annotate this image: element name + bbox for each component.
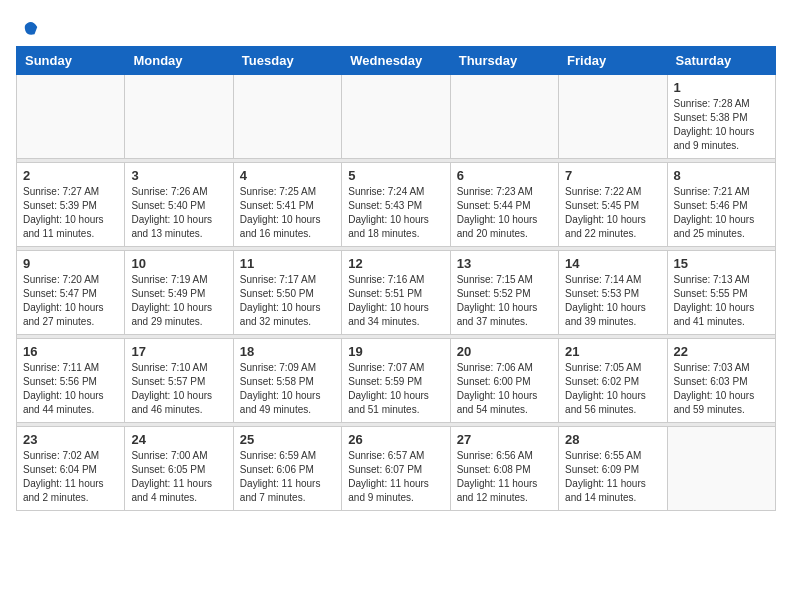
calendar-table: SundayMondayTuesdayWednesdayThursdayFrid…: [16, 46, 776, 511]
day-number: 8: [674, 168, 769, 183]
day-number: 24: [131, 432, 226, 447]
calendar-cell: 9Sunrise: 7:20 AM Sunset: 5:47 PM Daylig…: [17, 251, 125, 335]
page-header: [16, 16, 776, 38]
calendar-cell: [559, 75, 667, 159]
day-info: Sunrise: 7:06 AM Sunset: 6:00 PM Dayligh…: [457, 361, 552, 417]
day-info: Sunrise: 7:05 AM Sunset: 6:02 PM Dayligh…: [565, 361, 660, 417]
day-number: 10: [131, 256, 226, 271]
calendar-cell: 12Sunrise: 7:16 AM Sunset: 5:51 PM Dayli…: [342, 251, 450, 335]
day-number: 27: [457, 432, 552, 447]
logo-icon: [18, 16, 40, 38]
weekday-header-row: SundayMondayTuesdayWednesdayThursdayFrid…: [17, 47, 776, 75]
day-number: 2: [23, 168, 118, 183]
calendar-cell: 25Sunrise: 6:59 AM Sunset: 6:06 PM Dayli…: [233, 427, 341, 511]
day-number: 26: [348, 432, 443, 447]
day-info: Sunrise: 7:26 AM Sunset: 5:40 PM Dayligh…: [131, 185, 226, 241]
weekday-header-wednesday: Wednesday: [342, 47, 450, 75]
day-info: Sunrise: 7:27 AM Sunset: 5:39 PM Dayligh…: [23, 185, 118, 241]
calendar-week-4: 23Sunrise: 7:02 AM Sunset: 6:04 PM Dayli…: [17, 427, 776, 511]
day-info: Sunrise: 7:11 AM Sunset: 5:56 PM Dayligh…: [23, 361, 118, 417]
day-number: 20: [457, 344, 552, 359]
calendar-cell: [667, 427, 775, 511]
day-number: 23: [23, 432, 118, 447]
calendar-cell: [450, 75, 558, 159]
calendar-cell: 18Sunrise: 7:09 AM Sunset: 5:58 PM Dayli…: [233, 339, 341, 423]
calendar-cell: 16Sunrise: 7:11 AM Sunset: 5:56 PM Dayli…: [17, 339, 125, 423]
day-number: 18: [240, 344, 335, 359]
logo: [16, 16, 40, 38]
day-number: 12: [348, 256, 443, 271]
calendar-cell: 20Sunrise: 7:06 AM Sunset: 6:00 PM Dayli…: [450, 339, 558, 423]
weekday-header-sunday: Sunday: [17, 47, 125, 75]
day-number: 15: [674, 256, 769, 271]
calendar-cell: [342, 75, 450, 159]
day-number: 6: [457, 168, 552, 183]
calendar-week-1: 2Sunrise: 7:27 AM Sunset: 5:39 PM Daylig…: [17, 163, 776, 247]
day-number: 11: [240, 256, 335, 271]
day-info: Sunrise: 6:55 AM Sunset: 6:09 PM Dayligh…: [565, 449, 660, 505]
calendar-cell: 13Sunrise: 7:15 AM Sunset: 5:52 PM Dayli…: [450, 251, 558, 335]
calendar-week-0: 1Sunrise: 7:28 AM Sunset: 5:38 PM Daylig…: [17, 75, 776, 159]
calendar-cell: [233, 75, 341, 159]
day-number: 25: [240, 432, 335, 447]
weekday-header-monday: Monday: [125, 47, 233, 75]
weekday-header-thursday: Thursday: [450, 47, 558, 75]
day-number: 22: [674, 344, 769, 359]
day-number: 7: [565, 168, 660, 183]
day-info: Sunrise: 7:20 AM Sunset: 5:47 PM Dayligh…: [23, 273, 118, 329]
day-number: 9: [23, 256, 118, 271]
calendar-cell: 23Sunrise: 7:02 AM Sunset: 6:04 PM Dayli…: [17, 427, 125, 511]
calendar-cell: 22Sunrise: 7:03 AM Sunset: 6:03 PM Dayli…: [667, 339, 775, 423]
day-info: Sunrise: 6:56 AM Sunset: 6:08 PM Dayligh…: [457, 449, 552, 505]
day-info: Sunrise: 7:22 AM Sunset: 5:45 PM Dayligh…: [565, 185, 660, 241]
day-number: 1: [674, 80, 769, 95]
calendar-cell: 3Sunrise: 7:26 AM Sunset: 5:40 PM Daylig…: [125, 163, 233, 247]
day-info: Sunrise: 7:15 AM Sunset: 5:52 PM Dayligh…: [457, 273, 552, 329]
day-info: Sunrise: 7:24 AM Sunset: 5:43 PM Dayligh…: [348, 185, 443, 241]
calendar-cell: 27Sunrise: 6:56 AM Sunset: 6:08 PM Dayli…: [450, 427, 558, 511]
calendar-cell: 7Sunrise: 7:22 AM Sunset: 5:45 PM Daylig…: [559, 163, 667, 247]
calendar-cell: 17Sunrise: 7:10 AM Sunset: 5:57 PM Dayli…: [125, 339, 233, 423]
calendar-cell: 26Sunrise: 6:57 AM Sunset: 6:07 PM Dayli…: [342, 427, 450, 511]
day-info: Sunrise: 7:14 AM Sunset: 5:53 PM Dayligh…: [565, 273, 660, 329]
calendar-cell: [17, 75, 125, 159]
calendar-cell: 24Sunrise: 7:00 AM Sunset: 6:05 PM Dayli…: [125, 427, 233, 511]
calendar-week-3: 16Sunrise: 7:11 AM Sunset: 5:56 PM Dayli…: [17, 339, 776, 423]
day-number: 19: [348, 344, 443, 359]
day-info: Sunrise: 7:03 AM Sunset: 6:03 PM Dayligh…: [674, 361, 769, 417]
day-info: Sunrise: 7:13 AM Sunset: 5:55 PM Dayligh…: [674, 273, 769, 329]
day-number: 13: [457, 256, 552, 271]
day-number: 5: [348, 168, 443, 183]
day-info: Sunrise: 7:07 AM Sunset: 5:59 PM Dayligh…: [348, 361, 443, 417]
calendar-cell: 21Sunrise: 7:05 AM Sunset: 6:02 PM Dayli…: [559, 339, 667, 423]
calendar-cell: 8Sunrise: 7:21 AM Sunset: 5:46 PM Daylig…: [667, 163, 775, 247]
weekday-header-saturday: Saturday: [667, 47, 775, 75]
day-info: Sunrise: 7:16 AM Sunset: 5:51 PM Dayligh…: [348, 273, 443, 329]
day-number: 4: [240, 168, 335, 183]
day-number: 21: [565, 344, 660, 359]
day-info: Sunrise: 7:02 AM Sunset: 6:04 PM Dayligh…: [23, 449, 118, 505]
calendar-cell: 11Sunrise: 7:17 AM Sunset: 5:50 PM Dayli…: [233, 251, 341, 335]
calendar-cell: 4Sunrise: 7:25 AM Sunset: 5:41 PM Daylig…: [233, 163, 341, 247]
calendar-cell: 10Sunrise: 7:19 AM Sunset: 5:49 PM Dayli…: [125, 251, 233, 335]
day-number: 16: [23, 344, 118, 359]
day-info: Sunrise: 7:19 AM Sunset: 5:49 PM Dayligh…: [131, 273, 226, 329]
calendar-cell: 14Sunrise: 7:14 AM Sunset: 5:53 PM Dayli…: [559, 251, 667, 335]
day-number: 14: [565, 256, 660, 271]
weekday-header-tuesday: Tuesday: [233, 47, 341, 75]
calendar-cell: [125, 75, 233, 159]
calendar-cell: 6Sunrise: 7:23 AM Sunset: 5:44 PM Daylig…: [450, 163, 558, 247]
calendar-cell: 15Sunrise: 7:13 AM Sunset: 5:55 PM Dayli…: [667, 251, 775, 335]
calendar-cell: 1Sunrise: 7:28 AM Sunset: 5:38 PM Daylig…: [667, 75, 775, 159]
calendar-cell: 2Sunrise: 7:27 AM Sunset: 5:39 PM Daylig…: [17, 163, 125, 247]
day-info: Sunrise: 6:59 AM Sunset: 6:06 PM Dayligh…: [240, 449, 335, 505]
day-info: Sunrise: 7:17 AM Sunset: 5:50 PM Dayligh…: [240, 273, 335, 329]
day-info: Sunrise: 7:28 AM Sunset: 5:38 PM Dayligh…: [674, 97, 769, 153]
calendar-cell: 5Sunrise: 7:24 AM Sunset: 5:43 PM Daylig…: [342, 163, 450, 247]
day-info: Sunrise: 7:00 AM Sunset: 6:05 PM Dayligh…: [131, 449, 226, 505]
day-number: 3: [131, 168, 226, 183]
day-number: 28: [565, 432, 660, 447]
day-info: Sunrise: 6:57 AM Sunset: 6:07 PM Dayligh…: [348, 449, 443, 505]
day-info: Sunrise: 7:23 AM Sunset: 5:44 PM Dayligh…: [457, 185, 552, 241]
day-number: 17: [131, 344, 226, 359]
